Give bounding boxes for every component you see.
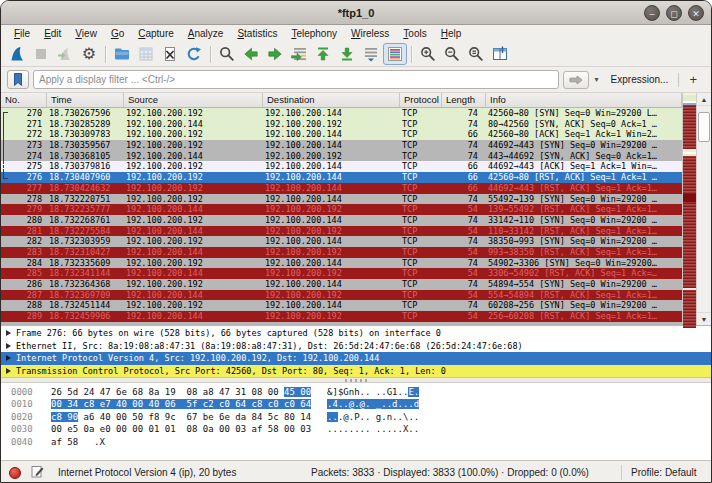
display-filter-input[interactable] [33, 70, 559, 89]
stop-capture-button[interactable] [29, 43, 53, 65]
packet-row-283[interactable]: 28318.732310427192.100.200.144192.100.20… [1, 247, 682, 258]
menu-help[interactable]: Help [434, 27, 469, 40]
menu-wireless[interactable]: Wireless [344, 27, 396, 40]
column-header-destination[interactable]: Destination [263, 93, 400, 107]
expand-arrow-icon[interactable] [6, 355, 11, 361]
packet-row-272[interactable]: 27218.730309783192.100.200.192192.100.20… [1, 129, 682, 140]
detail-row-ethernet[interactable]: Ethernet II, Src: 8a:19:08:a8:47:31 (8a:… [1, 340, 711, 353]
expand-arrow-icon[interactable] [6, 343, 11, 349]
detail-row-frame[interactable]: Frame 276: 66 bytes on wire (528 bits), … [1, 327, 711, 340]
save-file-button[interactable] [134, 43, 158, 65]
expert-info-icon[interactable] [9, 467, 21, 479]
packet-row-274[interactable]: 27418.730368105192.100.200.144192.100.20… [1, 151, 682, 162]
menu-tools[interactable]: Tools [396, 27, 433, 40]
menu-edit[interactable]: Edit [37, 27, 68, 40]
hex-row-0010[interactable]: 001000 34 c8 e7 40 00 40 06 5f c2 c0 64 … [1, 398, 711, 410]
packet-row-289[interactable]: 28918.732459906192.100.200.144192.100.20… [1, 311, 682, 322]
go-back-button[interactable] [239, 43, 263, 65]
hex-row-0040[interactable]: 0040af 58.X [1, 436, 711, 448]
packet-row-273[interactable]: 27318.730359567192.100.200.192192.100.20… [1, 140, 682, 151]
packet-row-279[interactable]: 27918.732235777192.100.200.144192.100.20… [1, 204, 682, 215]
column-header-length[interactable]: Length [442, 93, 486, 107]
menu-analyze[interactable]: Analyze [181, 27, 231, 40]
close-file-button[interactable] [158, 43, 182, 65]
add-filter-button[interactable]: + [683, 72, 705, 87]
packet-row-282[interactable]: 28218.732303959192.100.200.192192.100.20… [1, 236, 682, 247]
profile-status[interactable]: Profile: Default [631, 467, 697, 478]
hex-ascii[interactable]: .X [94, 436, 105, 448]
menu-go[interactable]: Go [104, 27, 131, 40]
packet-row-285[interactable]: 28518.732341144192.100.200.144192.100.20… [1, 268, 682, 279]
packet-row-277[interactable]: 27718.730424632192.100.200.192192.100.20… [1, 183, 682, 194]
packet-row-271[interactable]: 27118.730285289192.100.200.144192.100.20… [1, 119, 682, 130]
packet-list-minimap[interactable] [682, 93, 696, 325]
detail-row-ip[interactable]: Internet Protocol Version 4, Src: 192.10… [1, 352, 711, 365]
hex-ascii[interactable]: ........ .....X.. [327, 423, 419, 435]
column-header-no[interactable]: No. [1, 93, 47, 107]
expression-button[interactable]: Expression... [605, 74, 675, 85]
hex-bytes[interactable]: 26 5d 24 47 6e 68 8a 19 08 a8 47 31 08 0… [51, 386, 311, 398]
column-header-protocol[interactable]: Protocol [400, 93, 442, 107]
packet-row-280[interactable]: 28018.732268761192.100.200.192192.100.20… [1, 215, 682, 226]
hex-ascii[interactable]: .4..@.@. _..d...d [327, 398, 419, 410]
restart-capture-button[interactable] [53, 43, 77, 65]
menu-telephony[interactable]: Telephony [284, 27, 344, 40]
maximize-button[interactable]: ◻ [666, 5, 682, 21]
minimize-button[interactable]: – [644, 5, 660, 21]
packet-row-284[interactable]: 28418.732335609192.100.200.192192.100.20… [1, 258, 682, 269]
filter-bookmark-button[interactable] [7, 70, 29, 89]
packet-row-287[interactable]: 28718.732369709192.100.200.144192.100.20… [1, 290, 682, 301]
packet-row-286[interactable]: 28618.732364368192.100.200.192192.100.20… [1, 279, 682, 290]
reload-button[interactable] [182, 43, 206, 65]
title-bar[interactable]: *ftp1_0 – ◻ ✕ [1, 1, 711, 25]
go-forward-button[interactable] [263, 43, 287, 65]
expand-arrow-icon[interactable] [6, 368, 11, 374]
hex-bytes[interactable]: 00 e5 0a e0 00 00 01 01 08 0a 00 03 af 5… [51, 423, 311, 435]
zoom-in-button[interactable] [416, 43, 440, 65]
packet-row-270[interactable]: 27018.730267596192.100.200.192192.100.20… [1, 108, 682, 119]
go-first-button[interactable] [311, 43, 335, 65]
detail-row-tcp[interactable]: Transmission Control Protocol, Src Port:… [1, 365, 711, 378]
go-last-button[interactable] [335, 43, 359, 65]
scrollbar-thumb[interactable] [698, 112, 710, 142]
packet-list-scrollbar[interactable]: ▲ ▼ [696, 93, 711, 325]
hex-row-0000[interactable]: 000026 5d 24 47 6e 68 8a 19 08 a8 47 31 … [1, 386, 711, 398]
hex-bytes[interactable]: c8 90 a6 40 00 50 f8 9c 67 be 6e da 84 5… [51, 411, 311, 423]
packet-row-275[interactable]: 27518.730379816192.100.200.192192.100.20… [1, 161, 682, 172]
auto-scroll-button[interactable] [359, 43, 383, 65]
column-header-source[interactable]: Source [124, 93, 263, 107]
packet-row-281[interactable]: 28118.732275584192.100.200.144192.100.20… [1, 226, 682, 237]
hex-bytes[interactable]: 00 34 c8 e7 40 00 40 06 5f c2 c0 64 c8 c… [51, 398, 311, 410]
menu-view[interactable]: View [68, 27, 104, 40]
hex-bytes[interactable]: af 58 [51, 436, 78, 448]
capture-options-button[interactable]: ⚙ [77, 43, 101, 65]
capture-comment-icon[interactable] [31, 465, 44, 480]
menu-statistics[interactable]: Statistics [230, 27, 284, 40]
packet-row-partial[interactable] [1, 322, 682, 326]
colorize-button[interactable] [383, 43, 407, 65]
column-header-time[interactable]: Time [47, 93, 124, 107]
zoom-out-button[interactable] [440, 43, 464, 65]
hex-ascii[interactable]: ...@.P.. g.n..\.. [327, 411, 419, 423]
packet-row-276[interactable]: 27618.730407960192.100.200.192192.100.20… [1, 172, 682, 183]
hex-ascii[interactable]: &]$Gnh.. ..G1..E. [327, 386, 419, 398]
start-capture-button[interactable] [5, 43, 29, 65]
filter-history-dropdown[interactable]: ▾ [593, 75, 601, 84]
scroll-down-arrow-icon[interactable]: ▼ [697, 312, 711, 325]
hex-row-0020[interactable]: 0020c8 90 a6 40 00 50 f8 9c 67 be 6e da … [1, 411, 711, 423]
expand-arrow-icon[interactable] [6, 330, 11, 336]
column-header-info[interactable]: Info [486, 93, 682, 107]
close-button[interactable]: ✕ [688, 5, 704, 21]
open-file-button[interactable] [110, 43, 134, 65]
packet-row-278[interactable]: 27818.732220751192.100.200.192192.100.20… [1, 194, 682, 205]
packet-row-288[interactable]: 28818.732451144192.100.200.192192.100.20… [1, 300, 682, 311]
zoom-reset-button[interactable] [464, 43, 488, 65]
pane-splitter[interactable] [1, 378, 711, 383]
hex-row-0030[interactable]: 003000 e5 0a e0 00 00 01 01 08 0a 00 03 … [1, 423, 711, 435]
menu-capture[interactable]: Capture [131, 27, 181, 40]
scroll-up-arrow-icon[interactable]: ▲ [697, 93, 711, 106]
apply-filter-button[interactable] [563, 71, 589, 89]
resize-columns-button[interactable] [488, 43, 512, 65]
go-to-packet-button[interactable] [287, 43, 311, 65]
menu-file[interactable]: File [7, 27, 37, 40]
